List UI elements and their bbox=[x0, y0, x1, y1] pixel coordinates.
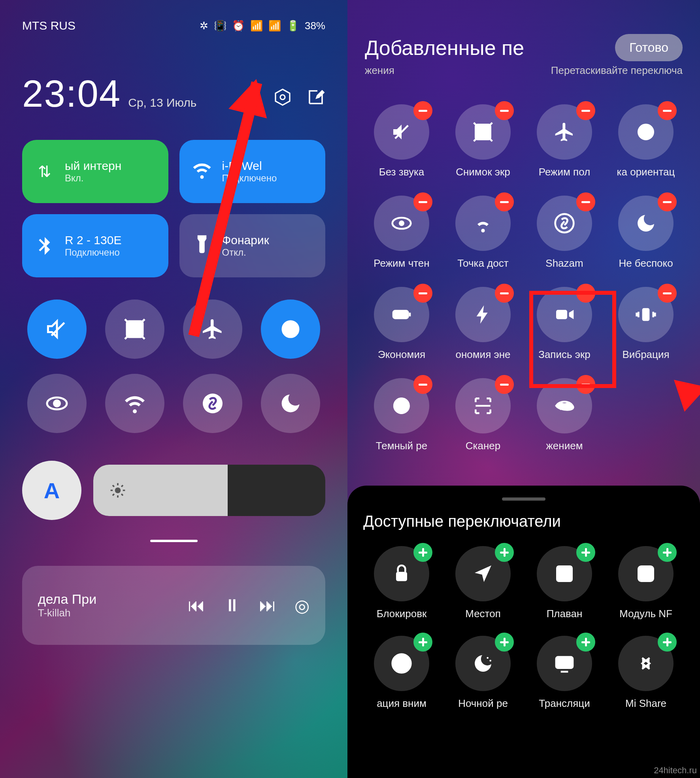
add-icon[interactable] bbox=[658, 543, 677, 562]
toggle-battery-saver[interactable]: Экономия bbox=[363, 287, 440, 361]
toggle-dnd[interactable]: Не беспоко bbox=[608, 196, 684, 269]
toggle-scanner[interactable]: Сканер bbox=[445, 378, 521, 452]
toggle-label: Экономия bbox=[378, 348, 425, 361]
auto-label: A bbox=[44, 478, 60, 503]
avail-nfc[interactable]: Модуль NF bbox=[608, 546, 684, 620]
toggle-airplane[interactable]: Режим пол bbox=[526, 104, 603, 178]
toggle-label: Не беспоко bbox=[619, 257, 673, 269]
settings-icon[interactable] bbox=[273, 88, 292, 107]
auto-brightness-button[interactable]: A bbox=[22, 461, 81, 520]
avail-lock[interactable]: Блокировк bbox=[363, 546, 440, 620]
toggle-vibration[interactable]: Вибрация bbox=[608, 287, 684, 361]
remove-icon[interactable] bbox=[413, 375, 432, 394]
reading-mode-toggle[interactable] bbox=[27, 374, 87, 433]
svg-rect-4 bbox=[288, 326, 294, 333]
drag-handle[interactable] bbox=[150, 540, 198, 542]
mobile-data-icon: ⇅ bbox=[34, 162, 55, 181]
svg-point-25 bbox=[487, 657, 489, 659]
avail-floating[interactable]: Плаван bbox=[526, 546, 603, 620]
toggle-rotation-lock[interactable]: ка ориентац bbox=[608, 104, 684, 178]
toggle-screenshot[interactable]: Снимок экр bbox=[445, 104, 521, 178]
remove-icon[interactable] bbox=[576, 284, 595, 303]
media-player-card[interactable]: дела При T-killah ⏮ ⏸ ⏭ ◎ bbox=[22, 566, 325, 645]
edit-title: Добавленные пе bbox=[365, 36, 524, 60]
toggle-floating-window[interactable]: жением bbox=[526, 378, 603, 452]
add-icon[interactable] bbox=[658, 633, 677, 652]
flashlight-icon bbox=[191, 234, 213, 258]
remove-icon[interactable] bbox=[413, 101, 432, 120]
hotspot-toggle[interactable] bbox=[105, 374, 164, 433]
avail-attention[interactable]: ация вним bbox=[363, 636, 440, 710]
toggle-reading-mode[interactable]: Режим чтен bbox=[363, 196, 440, 269]
subtitle-right: Перетаскивайте переключа bbox=[551, 64, 683, 77]
remove-icon[interactable] bbox=[413, 284, 432, 303]
avail-location[interactable]: Местоп bbox=[445, 546, 521, 620]
remove-icon[interactable] bbox=[495, 284, 514, 303]
media-prev-icon[interactable]: ⏮ bbox=[188, 595, 205, 616]
dnd-toggle[interactable] bbox=[261, 374, 320, 433]
remove-icon[interactable] bbox=[576, 192, 595, 211]
airplane-toggle[interactable] bbox=[183, 300, 242, 359]
avail-mi-share[interactable]: Mi Share bbox=[608, 636, 684, 710]
avail-cast[interactable]: Трансляци bbox=[526, 636, 603, 710]
add-icon[interactable] bbox=[413, 633, 432, 652]
toggle-power-saving[interactable]: ономия эне bbox=[445, 287, 521, 361]
remove-icon[interactable] bbox=[576, 101, 595, 120]
flashlight-tile[interactable]: ФонарикОткл. bbox=[179, 214, 326, 277]
svg-rect-17 bbox=[642, 308, 650, 321]
shazam-toggle[interactable] bbox=[183, 374, 242, 433]
remove-icon[interactable] bbox=[495, 375, 514, 394]
svg-point-26 bbox=[489, 660, 491, 662]
toggle-screen-record[interactable]: Запись экр bbox=[526, 287, 603, 361]
svg-point-1 bbox=[280, 95, 285, 100]
remove-icon[interactable] bbox=[576, 375, 595, 394]
remove-icon[interactable] bbox=[413, 192, 432, 211]
tile-sub: Подключено bbox=[65, 247, 121, 258]
done-button[interactable]: Готово bbox=[615, 34, 683, 61]
remove-icon[interactable] bbox=[495, 192, 514, 211]
clock: 23:04 bbox=[22, 72, 121, 115]
remove-icon[interactable] bbox=[658, 284, 677, 303]
sheet-handle[interactable] bbox=[502, 497, 545, 501]
available-grid: Блокировк Местоп Плаван Модуль NF ация в… bbox=[363, 546, 684, 710]
media-next-icon[interactable]: ⏭ bbox=[259, 595, 276, 616]
status-icons: ✲ 📳 ⏰ 📶 📶 🔋 38% bbox=[200, 20, 325, 32]
wifi-icon: 📶 bbox=[268, 20, 281, 32]
mobile-data-tile[interactable]: ⇅ ый интернВкл. bbox=[22, 140, 168, 203]
remove-icon[interactable] bbox=[495, 101, 514, 120]
add-icon[interactable] bbox=[495, 543, 514, 562]
tile-title: Фонарик bbox=[222, 234, 269, 247]
brightness-slider[interactable] bbox=[93, 465, 325, 516]
toggle-hotspot[interactable]: Точка дост bbox=[445, 196, 521, 269]
bluetooth-icon: ✲ bbox=[200, 20, 208, 32]
add-icon[interactable] bbox=[413, 543, 432, 562]
tile-sub: Подключено bbox=[222, 173, 277, 184]
watermark: 24hitech.ru bbox=[654, 765, 697, 776]
rotation-lock-toggle[interactable] bbox=[261, 300, 320, 359]
edit-icon[interactable] bbox=[306, 88, 325, 107]
toggle-mute[interactable]: Без звука bbox=[363, 104, 440, 178]
screenshot-toggle[interactable] bbox=[105, 300, 164, 359]
media-output-icon[interactable]: ◎ bbox=[294, 595, 309, 616]
avail-label: Трансляци bbox=[539, 697, 590, 710]
mute-toggle[interactable] bbox=[27, 300, 87, 359]
toggle-shazam[interactable]: Shazam bbox=[526, 196, 603, 269]
vibrate-icon: 📳 bbox=[214, 20, 226, 32]
control-center-panel: MTS RUS ✲ 📳 ⏰ 📶 📶 🔋 38% 23:04 Ср, 13 Июл… bbox=[0, 0, 347, 778]
toggle-label: Точка дост bbox=[457, 257, 508, 269]
remove-icon[interactable] bbox=[658, 192, 677, 211]
remove-icon[interactable] bbox=[658, 101, 677, 120]
toggle-label: Режим пол bbox=[539, 166, 591, 178]
edit-toggles-panel: Добавленные пе Готово жения Перетаскивай… bbox=[347, 0, 700, 778]
add-icon[interactable] bbox=[576, 633, 595, 652]
bluetooth-tile[interactable]: R 2 - 130EПодключено bbox=[22, 214, 168, 277]
toggle-label: Вибрация bbox=[622, 348, 669, 361]
quick-toggle-grid bbox=[0, 277, 347, 433]
avail-night-mode[interactable]: Ночной ре bbox=[445, 636, 521, 710]
media-pause-icon[interactable]: ⏸ bbox=[223, 595, 241, 616]
available-toggles-panel[interactable]: Доступные переключатели Блокировк Местоп… bbox=[347, 486, 700, 778]
add-icon[interactable] bbox=[576, 543, 595, 562]
toggle-dark-mode[interactable]: Темный ре bbox=[363, 378, 440, 452]
add-icon[interactable] bbox=[495, 633, 514, 652]
wifi-tile[interactable]: i-Fi WelПодключено bbox=[179, 140, 326, 203]
